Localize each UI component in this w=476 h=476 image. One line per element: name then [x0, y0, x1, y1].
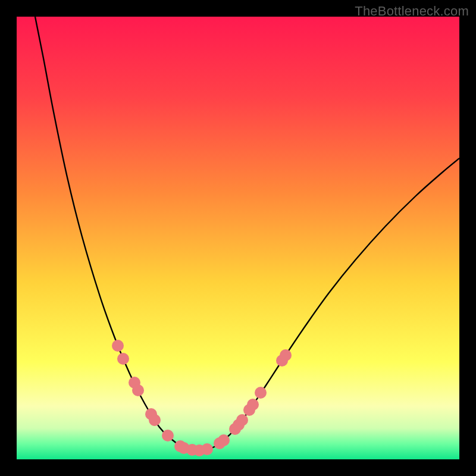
curve-marker: [236, 414, 248, 426]
curve-marker: [162, 430, 174, 441]
bottleneck-chart: [17, 17, 459, 459]
chart-frame: [17, 17, 459, 459]
curve-marker: [201, 443, 213, 455]
curve-marker: [112, 340, 124, 352]
curve-marker: [149, 414, 161, 426]
curve-marker: [280, 349, 292, 361]
curve-marker: [117, 353, 129, 365]
curve-marker: [247, 399, 259, 411]
watermark-label: TheBottleneck.com: [355, 4, 469, 19]
curve-marker: [255, 387, 267, 399]
curve-marker: [218, 434, 230, 446]
curve-marker: [132, 384, 144, 396]
